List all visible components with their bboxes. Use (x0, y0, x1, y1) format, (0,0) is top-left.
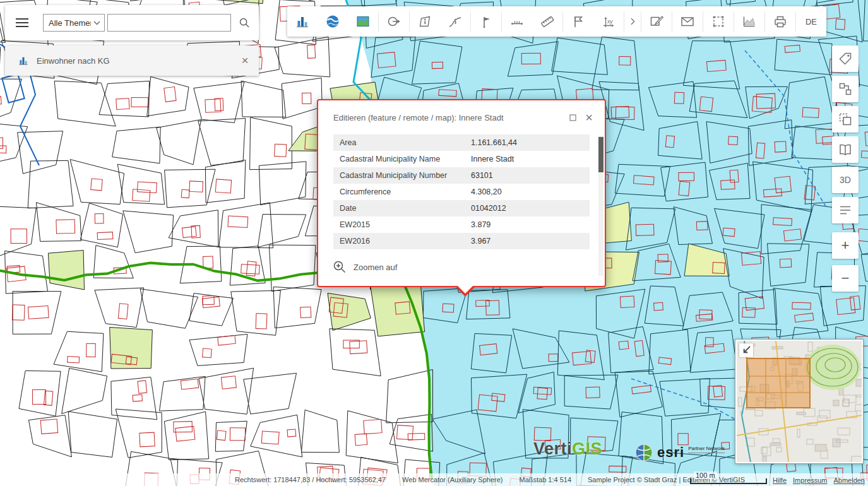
threed-label: 3D (840, 175, 851, 185)
language-label: DE (806, 17, 817, 27)
layer-list-button[interactable] (832, 197, 859, 223)
zoom-to-action[interactable]: Zoomen auf (318, 249, 412, 286)
search-icon (238, 16, 251, 29)
side-toolbar: 3D (832, 45, 859, 223)
printer-icon (773, 14, 788, 29)
identify-polygon-button[interactable] (410, 6, 440, 37)
placemark-button[interactable] (471, 6, 501, 37)
expand-button[interactable] (739, 343, 753, 357)
dialog-row: Circumference4.308,20 (333, 184, 590, 200)
dialog-scrollbar[interactable] (598, 136, 603, 276)
chevron-down-icon (93, 21, 100, 25)
overview-map[interactable] (735, 340, 863, 463)
status-coordinates: Rechtswert: 1718447,83 / Hochwert: 59535… (235, 476, 386, 483)
dimension-icon (509, 14, 525, 29)
edit-button[interactable] (641, 6, 672, 37)
bar-chart-icon (18, 55, 29, 66)
dialog-row: Cadastral Municipality Number63101 (333, 167, 590, 184)
field-label: EW2015 (333, 220, 471, 229)
logout-link[interactable]: Abmelden (833, 477, 865, 484)
toolbar-expand-button[interactable] (624, 6, 641, 37)
statistics-button[interactable] (287, 6, 318, 37)
attachments-button[interactable] (832, 45, 859, 72)
placemark-icon (479, 14, 494, 29)
edit-checkbox-icon (649, 14, 664, 29)
basemap-icon (355, 14, 371, 29)
search-input[interactable] (107, 14, 231, 32)
search-category-select[interactable]: Alle Themen (43, 14, 105, 32)
footer-links: Hilfe Impressum Abmelden (773, 477, 865, 484)
svg-text:xy: xy (607, 18, 613, 25)
workflow-button[interactable] (832, 76, 859, 102)
scrollbar-thumb[interactable] (598, 137, 603, 172)
list-icon (838, 203, 853, 218)
field-label: Area (333, 138, 471, 147)
status-projection: Web Mercator (Auxiliary Sphere) (402, 476, 502, 483)
results-panel[interactable]: Einwohner nach KG × (5, 45, 259, 76)
zoom-in-button[interactable]: + (832, 232, 859, 259)
field-value: 3.967 (471, 237, 590, 246)
google-earth-button[interactable] (318, 6, 348, 37)
swipe-button[interactable] (832, 106, 859, 133)
ruler-icon (540, 14, 555, 29)
measure-distance-button[interactable] (532, 6, 562, 37)
identify-icon (386, 14, 401, 29)
select-region-button[interactable] (703, 6, 734, 37)
field-value: 4.308,20 (471, 187, 590, 196)
dialog-row: Cadastral Municipality NameInnere Stadt (333, 151, 590, 167)
field-value: 01042012 (471, 204, 590, 213)
maximize-button[interactable] (564, 110, 581, 124)
field-value: 3.879 (471, 220, 590, 229)
maximize-icon (568, 113, 578, 122)
threed-button[interactable]: 3D (832, 167, 859, 193)
close-icon[interactable]: × (232, 48, 258, 73)
bookmark-button[interactable] (563, 6, 593, 37)
language-button[interactable]: DE (796, 6, 826, 37)
dialog-header: Editieren (feature / remote / map): Inne… (318, 100, 605, 131)
polygon-info-icon (417, 14, 432, 29)
status-scale: Maßstab 1:4 514 (519, 476, 571, 483)
profile-button[interactable] (734, 6, 764, 37)
globe-icon (325, 14, 340, 29)
scale-bar-label: 100 m (694, 471, 717, 479)
flag-icon (571, 14, 586, 29)
menu-button[interactable] (5, 5, 39, 40)
basemap-button[interactable] (348, 6, 378, 37)
coordinates-button[interactable]: xy (593, 6, 624, 37)
field-value: 1.161.661,44 (471, 138, 590, 147)
line-info-icon (448, 14, 463, 29)
print-button[interactable] (765, 6, 795, 37)
mail-button[interactable] (672, 6, 703, 37)
field-label: Date (333, 204, 471, 213)
zoom-out-button[interactable]: − (832, 265, 859, 292)
field-value: Innere Stadt (471, 155, 590, 163)
impressum-link[interactable]: Impressum (793, 477, 827, 484)
bar-chart-icon (295, 14, 310, 29)
xy-coordinates-icon: xy (601, 14, 616, 29)
esri-logo: esri Partner Network (634, 443, 725, 462)
help-link[interactable]: Hilfe (773, 477, 787, 484)
workflow-icon (838, 81, 853, 97)
field-value: 63101 (471, 171, 590, 180)
identify-line-button[interactable] (440, 6, 470, 37)
map-application: Alle Themen Einwohner nach KG × (0, 0, 868, 486)
overview-map-canvas (737, 341, 862, 462)
envelope-icon (680, 14, 695, 29)
esri-globe-icon (634, 443, 653, 462)
field-label: EW2016 (333, 237, 471, 246)
measure-segment-button[interactable] (502, 6, 532, 37)
zoom-to-label: Zoomen auf (354, 263, 397, 272)
dialog-row: Date01042012 (333, 200, 590, 216)
close-icon[interactable]: × (581, 110, 597, 124)
search-category-label: Alle Themen (49, 18, 91, 28)
search-button[interactable] (231, 9, 258, 36)
legend-button[interactable] (832, 136, 859, 163)
main-toolbar: xy DE (287, 6, 826, 37)
dialog-title: Editieren (feature / remote / map): Inne… (333, 113, 564, 122)
dialog-row: Area1.161.661,44 (333, 134, 590, 151)
vertigis-logo-gis: GIS (572, 439, 602, 458)
identify-button[interactable] (379, 6, 409, 37)
scale-bar: 100 m (690, 478, 767, 484)
dialog-row: EW20163.967 (333, 233, 590, 249)
vertigis-logo-text: Verti (533, 439, 572, 458)
